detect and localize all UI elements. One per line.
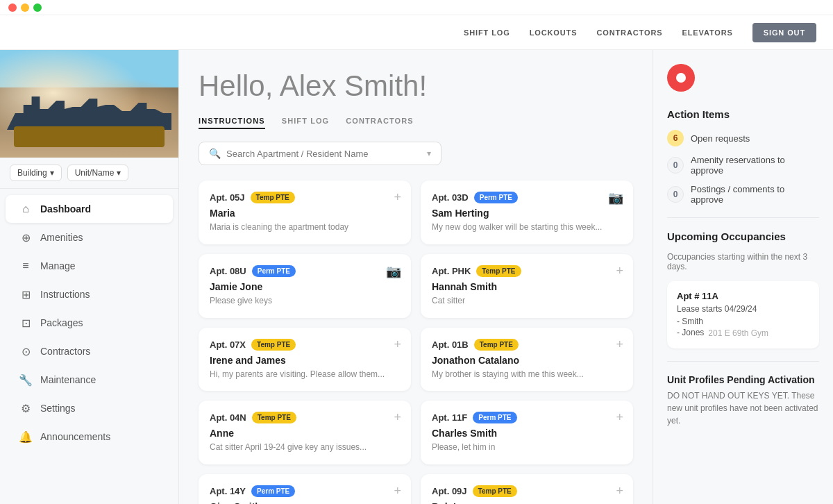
top-navigation: SHIFT LOG LOCKOUTS CONTRACTORS ELEVATORS… <box>0 15 833 50</box>
search-icon: 🔍 <box>209 148 221 159</box>
card-header: Apt. 01B Temp PTE <box>432 339 622 351</box>
subtab-contractors[interactable]: CONTRACTORS <box>346 117 413 129</box>
occupancy-apt: Apt # 11A <box>677 291 809 301</box>
cards-grid: Apt. 05J Temp PTE Maria Maria is cleanin… <box>199 180 633 504</box>
card-apt.-14y[interactable]: Apt. 14Y Perm PTE Gina Smith Please let … <box>199 474 411 504</box>
sidebar-item-dashboard[interactable]: ⌂ Dashboard <box>6 195 173 223</box>
announcements-icon: 🔔 <box>19 430 32 443</box>
divider-2 <box>667 361 819 362</box>
card-header: Apt. PHK Temp PTE <box>432 265 622 277</box>
card-action-btn[interactable]: + <box>394 484 401 498</box>
pte-badge: Temp PTE <box>251 339 296 351</box>
action-badge-count: 0 <box>667 186 684 203</box>
subtab-instructions[interactable]: INSTRUCTIONS <box>199 117 265 129</box>
card-action-btn[interactable]: + <box>394 410 401 425</box>
chevron-down-icon: ▾ <box>50 168 54 178</box>
upcoming-description: Occupancies starting within the next 3 d… <box>667 252 819 271</box>
sidebar-item-announcements[interactable]: 🔔 Announcements <box>6 423 173 451</box>
card-action-btn[interactable]: + <box>616 337 623 352</box>
card-apt.-09j[interactable]: Apt. 09J Temp PTE Bob Lee Please allow S… <box>421 474 633 504</box>
search-input[interactable] <box>226 149 421 159</box>
card-action-btn[interactable]: + <box>616 484 623 498</box>
pte-badge: Perm PTE <box>252 265 296 277</box>
sidebar-item-manage[interactable]: ≡ Manage <box>6 252 173 280</box>
occupancy-lease: Lease starts 04/29/24 <box>677 304 809 314</box>
sidebar-nav: ⌂ Dashboard ⊕ Amenities ≡ Manage ⊞ Instr… <box>0 189 178 504</box>
card-apt.-phk[interactable]: Apt. PHK Temp PTE Hannah Smith Cat sitte… <box>421 254 633 318</box>
card-text: Cat sitter April 19-24 give key any issu… <box>210 442 400 453</box>
card-text: Please, let him in <box>432 442 622 453</box>
card-action-btn[interactable]: + <box>394 337 401 352</box>
card-action-btn[interactable]: + <box>394 190 401 205</box>
inner-app: SHIFT LOG LOCKOUTS CONTRACTORS ELEVATORS… <box>0 15 833 504</box>
app-content: Building ▾ Unit/Name ▾ ⌂ Dashboard ⊕ Ame… <box>0 50 833 504</box>
window-min-btn[interactable] <box>21 3 29 12</box>
nav-elevators[interactable]: ELEVATORS <box>682 28 732 37</box>
sidebar-item-instructions[interactable]: ⊞ Instructions <box>6 280 173 308</box>
occupancy-tenant-1: - Smith <box>677 317 809 326</box>
pending-title: Unit Profiles Pending Activation <box>667 374 819 385</box>
card-text: Cat sitter <box>432 295 622 307</box>
card-header: Apt. 05J Temp PTE <box>210 192 400 203</box>
resident-name: Anne <box>210 428 400 439</box>
action-badge-count: 0 <box>667 157 684 174</box>
card-action-btn[interactable]: 📷 <box>608 190 623 205</box>
subtab-shift-log[interactable]: SHIFT LOG <box>282 117 330 129</box>
nav-shiftlog[interactable]: SHIFT LOG <box>464 28 510 37</box>
chevron-down-icon: ▾ <box>117 168 121 178</box>
pte-badge: Temp PTE <box>474 339 519 351</box>
sidebar-item-contractors[interactable]: ⊙ Contractors <box>6 337 173 365</box>
packages-icon: ⊡ <box>19 317 32 329</box>
resident-name: Maria <box>210 208 400 219</box>
building-dropdown[interactable]: Building ▾ <box>10 165 62 181</box>
card-action-btn[interactable]: + <box>616 264 623 278</box>
sidebar-item-maintenance[interactable]: 🔧 Maintenance <box>6 366 173 394</box>
card-apt.-07x[interactable]: Apt. 07X Temp PTE Irene and James Hi, my… <box>199 328 411 392</box>
nav-contractors[interactable]: CONTRACTORS <box>596 28 662 37</box>
upcoming-title: Upcoming Occupancies <box>667 230 819 242</box>
sidebar-item-packages[interactable]: ⊡ Packages <box>6 309 173 337</box>
sidebar-item-settings[interactable]: ⚙ Settings <box>6 394 173 422</box>
pending-text: DO NOT HAND OUT KEYS YET. These new unit… <box>667 389 819 427</box>
card-action-btn[interactable]: 📷 <box>386 264 401 279</box>
pte-badge: Perm PTE <box>473 412 516 423</box>
apt-label: Apt. 01B <box>432 339 469 350</box>
right-panel: Action Items 6 Open requests 0 Amenity r… <box>653 50 833 504</box>
sidebar-item-label: Dashboard <box>40 203 91 215</box>
card-header: Apt. 09J Temp PTE <box>432 485 622 497</box>
sub-tabs: INSTRUCTIONSSHIFT LOGCONTRACTORS <box>199 117 633 129</box>
card-text: My new dog walker will be starting this … <box>432 221 622 233</box>
apt-label: Apt. 08U <box>210 266 246 276</box>
sidebar-hero-image <box>0 50 178 158</box>
card-header: Apt. 08U Perm PTE <box>210 265 400 277</box>
nav-lockouts[interactable]: LOCKOUTS <box>530 28 578 37</box>
resident-name: Jonathon Catalano <box>432 355 622 366</box>
greeting-heading: Hello, Alex Smith! <box>199 69 633 103</box>
app-window: SHIFT LOG LOCKOUTS CONTRACTORS ELEVATORS… <box>0 0 833 504</box>
action-item-amenities: 0 Amenity reservations to approve <box>667 155 819 176</box>
sidebar-item-label: Packages <box>40 317 83 328</box>
sidebar-item-amenities[interactable]: ⊕ Amenities <box>6 224 173 251</box>
settings-icon: ⚙ <box>19 402 32 414</box>
card-apt.-03d[interactable]: Apt. 03D Perm PTE Sam Herting My new dog… <box>421 180 633 244</box>
record-button[interactable] <box>667 64 695 92</box>
unit-dropdown[interactable]: Unit/Name ▾ <box>67 165 129 181</box>
resident-name: Sam Herting <box>432 208 622 219</box>
window-max-btn[interactable] <box>33 3 42 12</box>
apt-label: Apt. 07X <box>210 339 246 350</box>
window-close-btn[interactable] <box>8 3 17 12</box>
card-apt.-01b[interactable]: Apt. 01B Temp PTE Jonathon Catalano My b… <box>421 328 633 392</box>
apt-label: Apt. 05J <box>210 192 245 203</box>
card-apt.-11f[interactable]: Apt. 11F Perm PTE Charles Smith Please, … <box>421 401 633 464</box>
sign-out-button[interactable]: SIGN OUT <box>752 23 816 42</box>
pte-badge: Perm PTE <box>251 485 295 497</box>
search-bar[interactable]: 🔍 ▾ <box>199 142 441 165</box>
sidebar: Building ▾ Unit/Name ▾ ⌂ Dashboard ⊕ Ame… <box>0 50 179 504</box>
card-apt.-05j[interactable]: Apt. 05J Temp PTE Maria Maria is cleanin… <box>199 180 411 244</box>
card-apt.-08u[interactable]: Apt. 08U Perm PTE Jamie Jone Please give… <box>199 254 411 318</box>
card-text: Maria is cleaning the apartment today <box>210 221 400 233</box>
card-apt.-04n[interactable]: Apt. 04N Temp PTE Anne Cat sitter April … <box>199 401 411 464</box>
card-action-btn[interactable]: + <box>616 410 623 425</box>
apt-label: Apt. 03D <box>432 192 469 203</box>
record-dot <box>676 73 686 83</box>
